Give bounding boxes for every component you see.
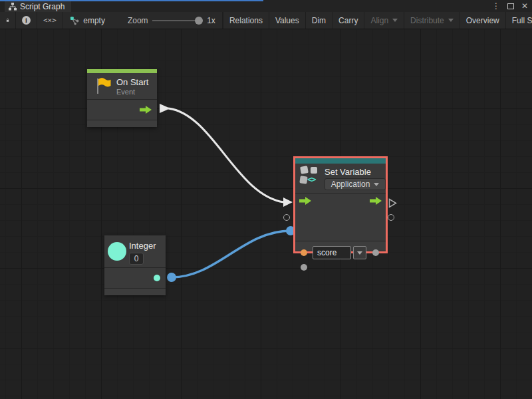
integer-header: Integer 0 [104, 235, 166, 267]
graph-network-icon [70, 16, 79, 25]
window-menu-icon[interactable]: ⋮ [492, 2, 500, 10]
flow-wire-onstart-to-setvariable[interactable] [160, 104, 293, 207]
integer-output-port[interactable] [154, 275, 160, 281]
graph-name-label: empty [83, 16, 105, 25]
integer-ports [104, 268, 166, 288]
variable-name-picker-button[interactable] [353, 246, 366, 259]
node-footer [87, 120, 157, 127]
variable-scope-dropdown[interactable]: Application [325, 178, 386, 190]
node-footer [104, 289, 166, 295]
zoom-label: Zoom [128, 16, 148, 25]
trigger-output-port[interactable] [140, 106, 152, 114]
zoom-value: 1x [207, 16, 215, 25]
variable-name-port[interactable] [301, 249, 307, 256]
info-button[interactable]: i [16, 12, 37, 29]
zoom-slider[interactable] [152, 17, 203, 25]
unconnected-input-marker[interactable] [283, 214, 290, 221]
on-start-ports [87, 100, 157, 120]
chevron-down-icon [357, 251, 362, 255]
node-set-variable[interactable]: <> Set Variable Application [293, 156, 388, 253]
unconnected-output-marker[interactable] [388, 214, 394, 221]
distribute-dropdown-button[interactable]: Distribute [404, 12, 460, 29]
full-screen-button[interactable]: Full Screen [506, 12, 532, 29]
chevron-down-icon [448, 19, 454, 22]
trigger-input-port[interactable] [299, 197, 311, 205]
integer-type-icon [108, 242, 126, 261]
graph-canvas[interactable]: On Start Event <> Set V [0, 29, 532, 399]
maximize-icon[interactable] [507, 3, 514, 9]
new-value-input-port[interactable] [301, 264, 307, 271]
value-wire-integer-to-setvariable[interactable] [167, 226, 295, 282]
variable-name-input[interactable] [313, 246, 351, 259]
graph-toolbar: i <×> empty Zoom 1x Relations Values Dim [0, 12, 532, 29]
code-preview-button[interactable]: <×> [37, 12, 63, 29]
on-start-header: On Start Event [87, 73, 157, 99]
variable-accent-strip [295, 158, 386, 164]
info-icon: i [22, 16, 31, 25]
set-variable-icon: <> [300, 166, 320, 186]
node-integer[interactable]: Integer 0 [104, 235, 166, 295]
flag-icon [94, 77, 112, 94]
zoom-slider-handle[interactable] [195, 17, 203, 25]
code-icon: <×> [43, 16, 57, 25]
set-variable-ports [295, 194, 386, 241]
relations-button[interactable]: Relations [223, 12, 269, 29]
integer-value-field[interactable]: 0 [129, 253, 144, 265]
node-on-start[interactable]: On Start Event [87, 69, 157, 127]
toolbar-actions: Relations Values Dim Carry Align Distrib… [223, 12, 532, 29]
carry-button[interactable]: Carry [332, 12, 364, 29]
node-title: On Start [116, 77, 148, 87]
align-dropdown-button[interactable]: Align [364, 12, 404, 29]
dim-button[interactable]: Dim [306, 12, 332, 29]
close-icon[interactable]: ✕ [521, 2, 528, 10]
value-output-port[interactable] [372, 249, 379, 256]
graph-context-section: empty Zoom 1x [63, 12, 223, 29]
lock-icon [6, 16, 9, 25]
lock-button[interactable] [0, 12, 16, 29]
unconnected-trigger-marker[interactable] [388, 198, 397, 208]
chevron-down-icon [392, 19, 398, 22]
wire-layer [0, 29, 532, 399]
node-subtitle: Event [116, 88, 135, 96]
values-button[interactable]: Values [269, 12, 306, 29]
window-controls: ⋮ ✕ [492, 0, 528, 12]
set-variable-header: <> Set Variable Application [295, 164, 386, 193]
tab-script-graph[interactable]: Script Graph [5, 1, 71, 12]
graph-hierarchy-icon [9, 3, 17, 11]
tab-label: Script Graph [20, 2, 65, 11]
overview-button[interactable]: Overview [460, 12, 506, 29]
node-title: Integer [129, 241, 156, 251]
script-graph-window: Script Graph ⋮ ✕ i <×> [0, 0, 532, 399]
titlebar: Script Graph ⋮ ✕ [0, 0, 532, 12]
chevron-down-icon [374, 183, 379, 186]
trigger-output-port[interactable] [370, 197, 382, 205]
node-title: Set Variable [325, 167, 371, 177]
